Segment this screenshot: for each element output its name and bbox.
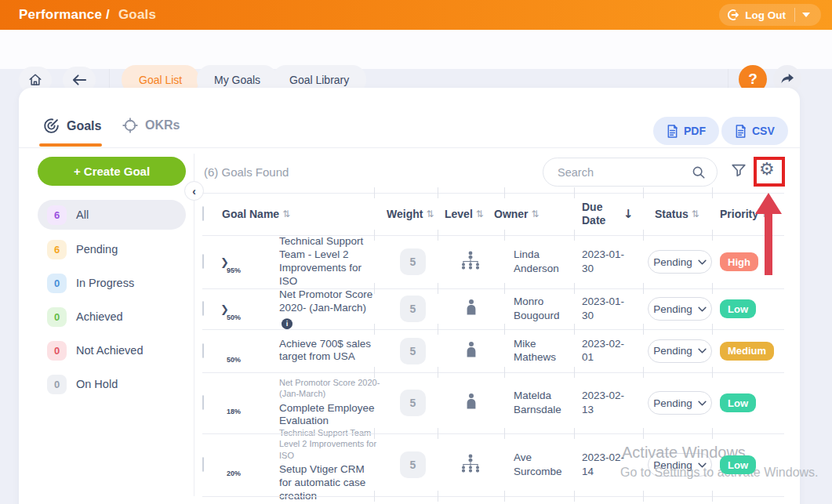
pdf-file-icon [667,125,678,138]
due-date: 2023-02-01 [582,337,632,364]
csv-label: CSV [752,125,775,137]
column-header-status[interactable]: Status⇅ [655,208,699,220]
owner-name: Linda Anderson [514,248,576,275]
filter-count-badge: 0 [47,274,67,293]
filter-count-badge: 6 [47,205,67,225]
table-row: ❯ 95% Technical Support Team - Level 2 I… [202,235,784,288]
owner-name: Matelda Barnsdale [514,389,576,416]
annotation-arrow-shaft [765,212,772,275]
priority-badge: High [720,252,758,271]
level-person-icon [465,299,478,319]
chevron-down-icon [698,462,707,468]
column-header-owner[interactable]: Owner⇅ [494,208,540,220]
filter-label: Not Achieved [76,344,143,357]
filter-label: On Hold [76,378,118,390]
table-header-row: Goal Name⇅ Weight⇅ Level⇅ Owner⇅ Due Dat… [202,193,784,235]
status-select[interactable]: Pending [648,339,712,363]
logout-button[interactable]: Log Out [719,4,821,26]
row-checkbox[interactable] [202,458,204,472]
status-select[interactable]: Pending [648,250,712,274]
search-input[interactable] [558,158,683,186]
chevron-down-icon [698,348,707,354]
logout-divider [794,8,795,22]
sort-icon[interactable]: ⇅ [692,208,699,219]
owner-name: Ave Surcombe [514,451,576,478]
weight-badge: 5 [400,296,426,322]
home-icon [28,73,42,87]
row-checkbox[interactable] [202,302,204,316]
chevron-down-icon [698,259,707,265]
due-date: 2023-02-14 [582,451,632,478]
filter-label: Pending [76,243,118,256]
secondary-toolbar: Goal List My Goals Goal Library ? [0,30,832,69]
sort-icon[interactable]: ⇅ [476,208,484,219]
filter-funnel-button[interactable] [730,161,747,181]
filter-count-badge: 0 [47,375,67,394]
priority-badge: Medium [720,342,774,361]
info-icon[interactable]: i [282,318,292,329]
sidebar-item-in-progress[interactable]: 0 In Progress [38,268,186,298]
row-checkbox[interactable] [202,344,204,358]
column-header-weight[interactable]: Weight⇅ [387,208,434,220]
status-select[interactable]: Pending [648,297,712,321]
weight-badge: 5 [400,338,426,364]
collapse-chevron-icon: ‹ [192,185,196,198]
top-header-bar: Performance / Goals Log Out [0,0,832,30]
create-goal-button[interactable]: + Create Goal [38,157,186,186]
logout-icon [727,9,739,21]
sort-descending-icon[interactable]: ↓ [623,207,634,221]
card-tabs-divider [19,147,800,148]
breadcrumb-page: Goals [118,7,156,22]
row-checkbox[interactable] [202,255,204,269]
status-select[interactable]: Pending [648,453,712,477]
search-icon[interactable] [692,165,706,179]
active-tab-underline [39,143,102,147]
due-date: 2023-02-13 [582,389,632,416]
export-csv-button[interactable]: CSV [721,117,788,145]
level-person-icon [465,393,478,413]
app-window: Performance / Goals Log Out Goal List [0,0,832,504]
chevron-down-icon [698,401,707,406]
parent-goal-name: Net Promotor Score 2020- (Jan-March) [279,377,386,400]
sort-icon[interactable]: ⇅ [532,208,540,219]
priority-badge: Low [720,455,756,474]
sidebar-item-not-achieved[interactable]: 0 Not Achieved [38,335,186,365]
sidebar-item-pending[interactable]: 6 Pending [38,234,186,264]
breadcrumb-module: Performance / [19,7,110,22]
sidebar-item-achieved[interactable]: 0 Achieved [38,302,186,332]
csv-file-icon [735,125,747,138]
goal-name: Technical Support Team - Level 2 Improve… [279,235,380,288]
column-header-due-date[interactable]: Due Date [582,201,615,227]
table-row: 20% Technical Support Team - Level 2 Imp… [202,433,784,496]
level-team-icon [460,454,481,476]
sort-icon[interactable]: ⇅ [282,208,290,219]
priority-badge: Low [720,393,756,412]
level-team-icon [460,251,481,273]
parent-goal-name: Technical Support Team - Level 2 Improve… [279,427,386,461]
tab-okrs[interactable]: OKRs [122,118,180,133]
column-header-goal-name[interactable]: Goal Name⇅ [222,208,290,220]
filter-count-badge: 0 [47,307,67,327]
column-header-level[interactable]: Level⇅ [445,208,484,220]
question-mark-icon: ? [748,71,758,88]
tab-goals-label: Goals [67,119,101,133]
sidebar-item-on-hold[interactable]: 0 On Hold [38,369,186,399]
sort-icon[interactable]: ⇅ [426,208,434,219]
tab-goals[interactable]: Goals [43,118,101,134]
row-checkbox[interactable] [202,396,204,410]
filter-label: Achieved [76,310,123,323]
pdf-label: PDF [684,125,706,137]
due-date: 2023-01-30 [582,248,632,275]
weight-badge: 5 [400,451,426,478]
export-pdf-button[interactable]: PDF [653,117,719,145]
status-select[interactable]: Pending [648,391,712,415]
results-count-label: (6) Goals Found [204,165,289,179]
owner-name: Monro Bougourd [514,295,576,322]
select-all-checkbox[interactable] [202,207,204,221]
sidebar-collapse-button[interactable]: ‹ [184,181,204,201]
weight-badge: 5 [400,390,426,416]
logout-caret-icon[interactable] [802,13,810,17]
priority-badge: Low [720,299,756,318]
sidebar-item-all[interactable]: 6 All [38,200,186,230]
back-arrow-icon [72,74,87,86]
